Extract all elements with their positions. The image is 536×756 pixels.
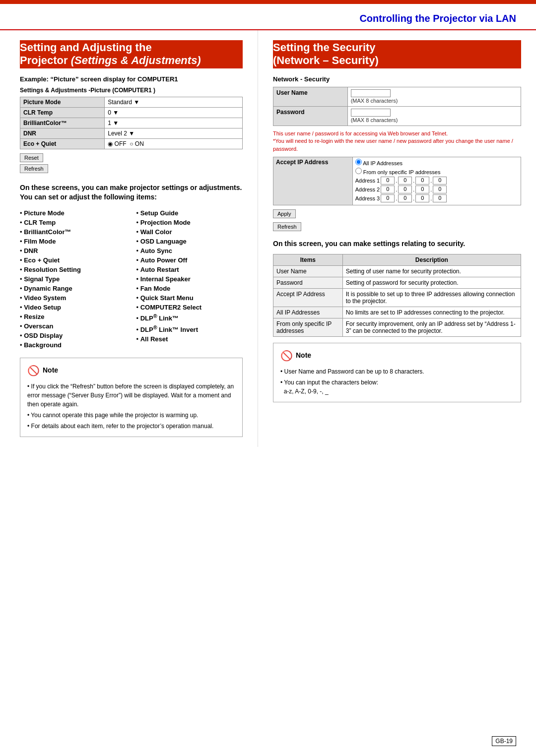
- address3-box1[interactable]: 0: [381, 194, 395, 202]
- network-label: Network - Security: [273, 75, 521, 83]
- list-item: Auto Restart: [136, 265, 243, 274]
- apply-button-area: Apply: [273, 209, 521, 220]
- address1-row: Address 1 0 . 0 . 0 . 0: [355, 177, 518, 185]
- left-bullet-list: Picture Mode CLR Temp BrilliantColor™ Fi…: [20, 208, 127, 350]
- address2-box3[interactable]: 0: [415, 186, 429, 193]
- list-item: Auto Sync: [136, 246, 243, 255]
- list-item: Signal Type: [20, 274, 127, 284]
- password-label-cell: Password: [273, 106, 348, 126]
- address3-box3[interactable]: 0: [415, 194, 429, 202]
- list-item: DLP® Link™ Invert: [136, 323, 243, 334]
- accept-ip-value-cell: All IP Addresses From only specific IP a…: [352, 157, 521, 205]
- col-header-description: Description: [342, 254, 521, 265]
- bullet-list-container: Picture Mode CLR Temp BrilliantColor™ Fi…: [20, 208, 243, 350]
- right-refresh-button-area: Refresh: [273, 222, 521, 233]
- list-item: Resolution Setting: [20, 265, 127, 274]
- address1-box1[interactable]: 0: [381, 177, 395, 185]
- list-item: Internal Speaker: [136, 274, 243, 284]
- reset-button[interactable]: Reset: [20, 153, 43, 162]
- refresh-button-area: Refresh: [20, 164, 243, 175]
- refresh-button[interactable]: Refresh: [20, 164, 48, 173]
- table-row: Password Setting of password for securit…: [273, 277, 521, 288]
- note-list: If you click the “Refresh” button before…: [27, 381, 235, 432]
- address2-row: Address 2 0 . 0 . 0 . 0: [355, 186, 518, 193]
- address2-box4[interactable]: 0: [433, 186, 447, 193]
- list-item: Background: [20, 340, 127, 350]
- list-item: Fan Mode: [136, 284, 243, 293]
- list-item: OSD Language: [136, 237, 243, 246]
- right-column: Setting the Security (Network – Security…: [258, 30, 536, 447]
- address2-box1[interactable]: 0: [381, 186, 395, 193]
- example-label: Example: “Picture” screen display for CO…: [20, 75, 243, 83]
- radio-all-input[interactable]: [355, 159, 362, 165]
- page-header: Controlling the Projector via LAN: [0, 4, 536, 30]
- address1-box3[interactable]: 0: [415, 177, 429, 185]
- user-name-value-cell: (MAX 8 characters): [347, 87, 521, 106]
- password-input[interactable]: [351, 109, 391, 117]
- address3-box4[interactable]: 0: [433, 194, 447, 202]
- col-header-items: Items: [273, 254, 343, 265]
- list-item: Film Mode: [20, 237, 127, 246]
- page-title: Controlling the Projector via LAN: [359, 13, 516, 24]
- table-row: From only specific IP addresses For secu…: [273, 318, 521, 336]
- radio-all-label[interactable]: All IP Addresses: [355, 159, 518, 166]
- ip-address-table: Accept IP Address All IP Addresses From …: [273, 157, 521, 205]
- table-row: Eco + Quiet ◉ OFF ○ ON: [20, 138, 243, 149]
- right-refresh-button[interactable]: Refresh: [273, 222, 301, 231]
- list-item: If you click the “Refresh” button before…: [27, 381, 235, 410]
- bullet-col-2: Setup Guide Projection Mode Wall Color O…: [136, 208, 243, 350]
- note-icon: 🚫: [27, 363, 40, 378]
- list-item: DNR: [20, 246, 127, 255]
- bold-paragraph: On these screens, you can make projector…: [20, 183, 243, 202]
- list-item: CLR Temp: [20, 218, 127, 227]
- password-hint: (MAX 8 characters): [351, 117, 398, 123]
- list-item: Video System: [20, 293, 127, 303]
- list-item: Auto Power Off: [136, 255, 243, 265]
- security-form-table: User Name (MAX 8 characters) Password (M…: [273, 87, 521, 126]
- right-note-box: 🚫 Note User Name and Password can be up …: [273, 343, 521, 402]
- address1-box2[interactable]: 0: [398, 177, 412, 185]
- on-this-screen-text: On this screen, you can make settings re…: [273, 239, 521, 249]
- list-item: Quick Start Menu: [136, 293, 243, 303]
- list-item: You can input the characters below: a-z,…: [280, 377, 514, 397]
- list-item: All Reset: [136, 334, 243, 344]
- table-row: Accept IP Address All IP Addresses From …: [273, 157, 521, 205]
- table-row: DNR Level 2 ▼: [20, 128, 243, 138]
- note-header: 🚫 Note: [27, 363, 235, 378]
- list-item: Eco + Quiet: [20, 255, 127, 265]
- settings-table: Picture Mode Standard ▼ CLR Temp 0 ▼ Bri…: [20, 97, 243, 149]
- right-section-header: Setting the Security (Network – Security…: [273, 40, 521, 68]
- list-item: Dynamic Range: [20, 284, 127, 293]
- address3-box2[interactable]: 0: [398, 194, 412, 202]
- address2-box2[interactable]: 0: [398, 186, 412, 193]
- top-red-bar: [0, 0, 536, 4]
- list-item: BrilliantColor™: [20, 227, 127, 237]
- table-row: Password (MAX 8 characters): [273, 106, 521, 126]
- list-item: DLP® Link™: [136, 312, 243, 323]
- list-item: User Name and Password can be up to 8 ch…: [280, 366, 514, 377]
- user-name-input[interactable]: [351, 89, 391, 97]
- list-item: Wall Color: [136, 227, 243, 237]
- table-header-row: Items Description: [273, 254, 521, 265]
- page-number: GB-19: [492, 736, 516, 746]
- apply-button[interactable]: Apply: [273, 209, 296, 218]
- right-note-icon: 🚫: [280, 348, 293, 363]
- right-note-list: User Name and Password can be up to 8 ch…: [280, 366, 514, 397]
- list-item: Resize: [20, 312, 127, 321]
- list-item: OSD Display: [20, 331, 127, 340]
- table-row: User Name (MAX 8 characters): [273, 87, 521, 106]
- warning-text: This user name / password is for accessi…: [273, 130, 521, 153]
- right-bullet-list: Setup Guide Projection Mode Wall Color O…: [136, 208, 243, 344]
- radio-specific-input[interactable]: [355, 168, 362, 174]
- user-name-label-cell: User Name: [273, 87, 348, 106]
- table-row: User Name Setting of user name for secur…: [273, 265, 521, 277]
- address3-row: Address 3 0 . 0 . 0 . 0: [355, 194, 518, 202]
- list-item: For details about each item, refer to th…: [27, 421, 235, 432]
- left-column: Setting and Adjusting the Projector (Set…: [0, 30, 258, 447]
- list-item: Video Setup: [20, 303, 127, 312]
- list-item: Projection Mode: [136, 218, 243, 227]
- address1-box4[interactable]: 0: [433, 177, 447, 185]
- reset-button-area: Reset: [20, 153, 243, 164]
- radio-specific-label[interactable]: From only specific IP addresses: [355, 168, 518, 175]
- accept-ip-label-cell: Accept IP Address: [273, 157, 353, 205]
